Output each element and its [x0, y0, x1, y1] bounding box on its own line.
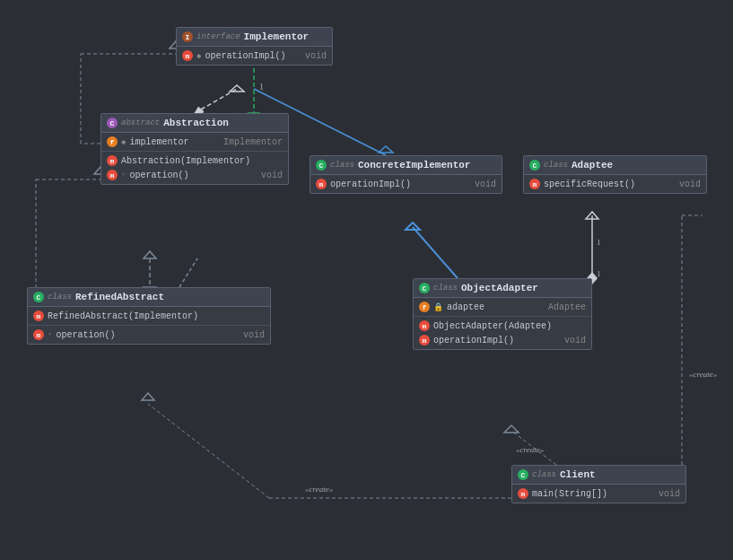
- refined-abstract-box: C class RefinedAbstract m RefinedAbstrac…: [27, 287, 271, 345]
- method-row: m ◆ operationImpl() void: [182, 48, 327, 63]
- method-icon-2: m: [107, 170, 118, 180]
- svg-line-8: [179, 258, 197, 287]
- refined-abstract-header: C class RefinedAbstract: [28, 288, 270, 307]
- adaptee-icon: C: [529, 160, 540, 171]
- method-row-constructor: m Abstraction(Implementor): [107, 153, 283, 168]
- svg-line-0: [195, 89, 237, 113]
- svg-marker-7: [144, 251, 156, 258]
- method-row-operation: m ◦ operation() void: [107, 168, 283, 182]
- concrete-name: ConcreteImplementor: [358, 160, 470, 171]
- svg-marker-4: [379, 146, 393, 153]
- adaptee-name: Adaptee: [572, 160, 613, 171]
- concrete-stereotype: class: [330, 161, 354, 170]
- adapter-fields: f 🔒 adaptee Adaptee: [414, 298, 591, 317]
- abstraction-name: Abstraction: [163, 118, 229, 128]
- adaptee-methods: m specificRequest() void: [524, 175, 706, 193]
- svg-text:1: 1: [597, 269, 601, 278]
- svg-marker-25: [142, 393, 154, 400]
- adaptee-header: C class Adaptee: [524, 156, 706, 175]
- svg-line-24: [148, 404, 269, 498]
- concrete-implementor-box: C class ConcreteImplementor m operationI…: [310, 155, 502, 194]
- method-icon-2: m: [419, 335, 430, 346]
- abstraction-methods: m Abstraction(Implementor) m ◦ operation…: [101, 152, 288, 184]
- method-icon: m: [419, 320, 430, 331]
- svg-text:«create»: «create»: [305, 485, 334, 494]
- svg-text:1: 1: [259, 82, 264, 92]
- method-row: m main(String[]) void: [518, 486, 680, 501]
- concrete-icon: C: [316, 160, 327, 171]
- method-icon-2: m: [33, 329, 44, 340]
- method-icon: m: [529, 179, 540, 189]
- refined-operation: m ◦ operation() void: [28, 326, 270, 344]
- adaptee-stereotype: class: [544, 161, 568, 170]
- refined-icon: C: [33, 292, 44, 302]
- client-name: Client: [560, 469, 596, 480]
- adapter-name: ObjectAdapter: [461, 283, 538, 293]
- method-row: m operationImpl() void: [316, 177, 496, 191]
- implementor-icon: I: [182, 31, 193, 42]
- method-row-impl: m operationImpl() void: [419, 333, 586, 347]
- refined-stereotype: class: [48, 293, 72, 302]
- method-row-constructor: m ObjectAdapter(Adaptee): [419, 319, 586, 333]
- svg-line-20: [511, 431, 556, 465]
- client-box: C class Client m main(String[]) void: [511, 465, 686, 503]
- abstraction-fields: f ◆ implementor Implementor: [101, 133, 288, 152]
- adapter-stereotype: class: [433, 284, 458, 293]
- implementor-header: I interface Implementor: [177, 28, 332, 47]
- abstraction-box: C abstract Abstraction f ◆ implementor I…: [100, 113, 289, 185]
- svg-marker-13: [586, 212, 598, 219]
- method-row: m specificRequest() void: [529, 177, 701, 191]
- implementor-name: Implementor: [244, 31, 310, 42]
- refined-name: RefinedAbstract: [75, 292, 164, 302]
- client-methods: m main(String[]) void: [512, 485, 685, 503]
- method-icon: m: [316, 179, 327, 189]
- object-adapter-header: C class ObjectAdapter: [414, 279, 591, 298]
- refined-methods: m RefinedAbstract(Implementor): [28, 307, 270, 326]
- concrete-implementor-header: C class ConcreteImplementor: [310, 156, 502, 175]
- client-stereotype: class: [532, 470, 556, 479]
- abstraction-stereotype: abstract: [121, 118, 160, 127]
- adapter-icon: C: [419, 283, 430, 293]
- implementor-methods: m ◆ operationImpl() void: [177, 47, 332, 65]
- svg-line-9: [413, 227, 458, 278]
- field-icon: f: [107, 136, 118, 147]
- method-row-constructor: m RefinedAbstract(Implementor): [33, 309, 265, 323]
- client-icon: C: [518, 469, 528, 480]
- abstraction-icon: C: [107, 118, 118, 128]
- svg-marker-10: [406, 223, 420, 230]
- field-row: f 🔒 adaptee Adaptee: [419, 300, 586, 314]
- method-icon: m: [182, 50, 193, 61]
- method-row-op: m ◦ operation() void: [33, 328, 265, 342]
- svg-text:1: 1: [597, 238, 601, 247]
- svg-marker-21: [504, 425, 519, 433]
- implementor-box: I interface Implementor m ◆ operationImp…: [176, 27, 333, 66]
- method-icon: m: [107, 155, 118, 166]
- method-icon: m: [33, 311, 44, 321]
- svg-marker-2: [230, 85, 244, 92]
- svg-text:«create»: «create»: [689, 370, 718, 379]
- adaptee-box: C class Adaptee m specificRequest() void: [523, 155, 707, 194]
- adapter-methods: m ObjectAdapter(Adaptee) m operationImpl…: [414, 317, 591, 349]
- method-icon: m: [518, 488, 528, 499]
- abstraction-header: C abstract Abstraction: [101, 114, 288, 133]
- concrete-methods: m operationImpl() void: [310, 175, 502, 193]
- implementor-stereotype: interface: [196, 32, 240, 41]
- object-adapter-box: C class ObjectAdapter f 🔒 adaptee Adapte…: [413, 278, 592, 350]
- svg-text:«create»: «create»: [516, 445, 545, 454]
- field-row: f ◆ implementor Implementor: [107, 135, 283, 149]
- field-icon: f: [419, 302, 430, 312]
- client-header: C class Client: [512, 466, 685, 485]
